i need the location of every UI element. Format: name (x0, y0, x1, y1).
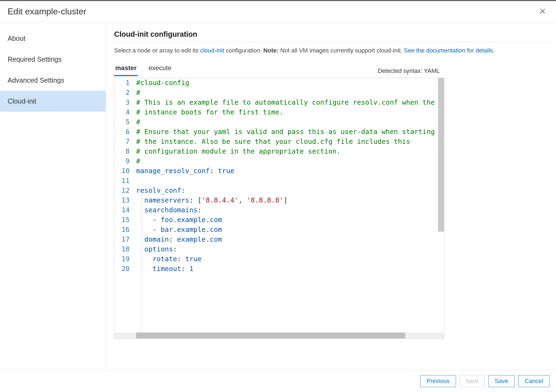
code-line[interactable]: timeout: 1 (136, 264, 444, 274)
code-line[interactable]: # This is an example file to automatical… (136, 98, 444, 107)
tab-execute[interactable]: execute (148, 63, 173, 76)
note-label: Note: (263, 47, 279, 54)
sidebar-item-advanced-settings[interactable]: Advanced Settings (0, 70, 106, 91)
code-line[interactable]: # (136, 156, 444, 166)
code-line[interactable]: searchdomains: (136, 205, 444, 215)
line-number: 14 (114, 205, 130, 215)
sidebar-item-about[interactable]: About (0, 28, 106, 49)
code-line[interactable]: # (136, 117, 444, 127)
line-number: 19 (114, 254, 130, 264)
line-number: 16 (114, 225, 130, 235)
line-number: 9 (114, 156, 130, 166)
line-number: 15 (114, 215, 130, 225)
desc-text: Not all VM images currently support clou… (279, 47, 404, 54)
code-line[interactable]: # Ensure that your yaml is valid and pas… (136, 127, 444, 137)
line-number: 2 (114, 88, 130, 98)
section-description: Select a node or array to edit its cloud… (114, 42, 548, 63)
line-number: 5 (114, 117, 130, 127)
detected-syntax-label: Detected syntax: YAML (378, 67, 440, 76)
code-line[interactable]: # instance boots for the first time. (136, 107, 444, 117)
next-button: Next (460, 375, 485, 387)
line-number: 3 (114, 98, 130, 107)
desc-text: configuration. (224, 47, 263, 54)
previous-button[interactable]: Previous (420, 375, 456, 387)
sidebar-item-cloud-init[interactable]: Cloud-init (0, 91, 106, 112)
tabs-row: masterexecute Detected syntax: YAML (114, 63, 548, 76)
horizontal-scrollbar-track[interactable] (114, 332, 444, 338)
line-number: 13 (114, 195, 130, 205)
line-number: 4 (114, 107, 130, 117)
code-line[interactable]: manage_resolv_conf: true (136, 166, 444, 176)
code-line[interactable]: nameservers: ['8.8.4.4', '8.8.8.8'] (136, 195, 444, 205)
line-number: 10 (114, 166, 130, 176)
indent-guide (142, 195, 142, 332)
sidebar-item-required-settings[interactable]: Required Settings (0, 49, 106, 70)
line-number: 11 (114, 176, 130, 186)
close-icon[interactable]: ✕ (537, 6, 548, 17)
code-line[interactable]: - bar.example.com (136, 225, 444, 235)
dialog-title: Edit example-cluster (8, 7, 86, 17)
main-panel: Cloud-init configuration Select a node o… (106, 23, 556, 370)
save-button[interactable]: Save (488, 375, 514, 387)
line-number: 8 (114, 147, 130, 156)
line-number: 1 (114, 78, 130, 88)
line-number: 18 (114, 244, 130, 254)
code-editor[interactable]: 1234567891011121314151617181920 #cloud-c… (114, 78, 444, 339)
desc-text: Select a node or array to edit its (114, 47, 200, 54)
code-line[interactable]: domain: example.com (136, 235, 444, 244)
cloud-init-link[interactable]: cloud-init (200, 47, 224, 54)
vertical-scrollbar[interactable] (438, 78, 444, 232)
tab-master[interactable]: master (114, 63, 138, 76)
sidebar: AboutRequired SettingsAdvanced SettingsC… (0, 23, 106, 370)
dialog-body: AboutRequired SettingsAdvanced SettingsC… (0, 23, 556, 370)
cancel-button[interactable]: Cancel (518, 375, 549, 387)
line-number: 12 (114, 186, 130, 195)
edit-cluster-dialog: Edit example-cluster ✕ AboutRequired Set… (0, 0, 556, 392)
documentation-link[interactable]: See the documentation for details. (404, 47, 495, 54)
code-line[interactable]: #cloud-config (136, 78, 444, 88)
code-line[interactable]: resolv_conf: (136, 186, 444, 195)
dialog-header: Edit example-cluster ✕ (0, 1, 556, 23)
code-content[interactable]: #cloud-config## This is an example file … (135, 78, 444, 332)
section-title: Cloud-init configuration (114, 30, 548, 42)
code-line[interactable]: # the instance. Also be sure that your c… (136, 137, 444, 147)
code-line[interactable]: options: (136, 244, 444, 254)
code-line[interactable]: # configuration module in the appropriat… (136, 147, 444, 156)
line-number-gutter: 1234567891011121314151617181920 (114, 78, 135, 332)
dialog-footer: Previous Next Save Cancel (0, 370, 556, 392)
code-line[interactable] (136, 176, 444, 186)
horizontal-scrollbar-thumb[interactable] (136, 332, 405, 338)
line-number: 20 (114, 264, 130, 274)
line-number: 17 (114, 235, 130, 244)
code-line[interactable]: rotate: true (136, 254, 444, 264)
code-line[interactable]: # (136, 88, 444, 98)
line-number: 6 (114, 127, 130, 137)
node-tabs: masterexecute (114, 63, 173, 76)
editor-viewport: 1234567891011121314151617181920 #cloud-c… (114, 78, 444, 332)
code-line[interactable]: - foo.example.com (136, 215, 444, 225)
line-number: 7 (114, 137, 130, 147)
